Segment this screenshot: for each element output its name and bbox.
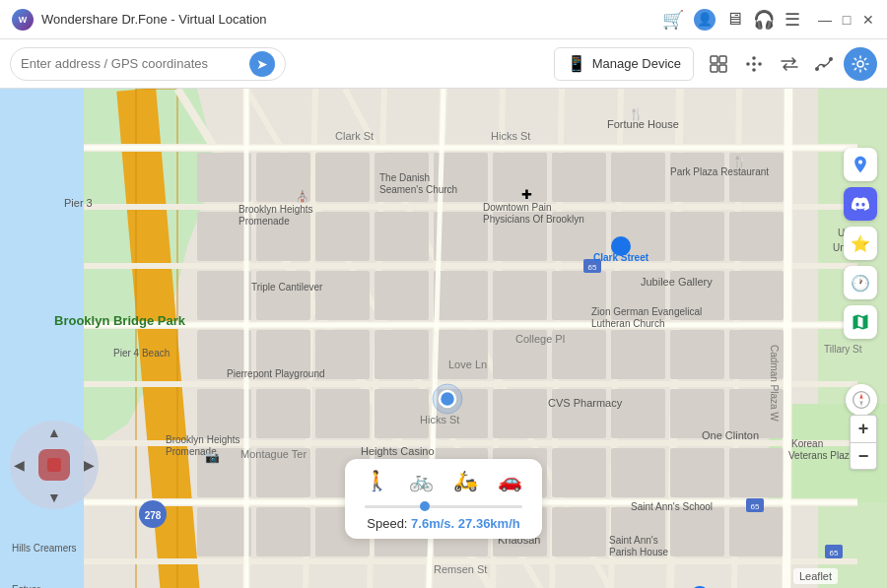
svg-rect-50 bbox=[670, 153, 724, 202]
svg-rect-55 bbox=[375, 212, 429, 261]
joystick[interactable]: ▲ ▼ ◀ ▶ bbox=[10, 421, 99, 509]
svg-text:65: 65 bbox=[588, 263, 597, 272]
settings-icon-button[interactable] bbox=[844, 47, 877, 81]
dots-icon-button[interactable] bbox=[737, 47, 771, 81]
svg-rect-47 bbox=[493, 153, 547, 202]
cart-icon[interactable]: 🛒 bbox=[662, 9, 684, 31]
leaflet-badge: Leaflet bbox=[793, 568, 838, 584]
svg-text:Clark Street: Clark Street bbox=[593, 252, 649, 263]
swap-icon-button[interactable] bbox=[773, 47, 806, 81]
svg-text:College Pl: College Pl bbox=[515, 333, 565, 345]
clock-button[interactable]: 🕐 bbox=[844, 266, 877, 299]
svg-rect-62 bbox=[197, 271, 251, 320]
toolbar-right bbox=[702, 47, 877, 81]
app-title: Wondershare Dr.Fone - Virtual Location bbox=[41, 12, 654, 27]
svg-rect-82 bbox=[197, 389, 251, 438]
svg-text:278: 278 bbox=[145, 510, 162, 521]
manage-device-button[interactable]: 📱 Manage Device bbox=[554, 47, 694, 81]
joystick-up[interactable]: ▲ bbox=[47, 425, 61, 440]
svg-text:🍴: 🍴 bbox=[629, 106, 644, 121]
svg-text:Saint Ann's School: Saint Ann's School bbox=[631, 501, 713, 512]
svg-text:🍴: 🍴 bbox=[732, 154, 747, 168]
transport-icons: 🚶 🚲 🛵 🚗 bbox=[365, 469, 522, 492]
svg-point-12 bbox=[857, 61, 863, 67]
svg-text:Heights Casino: Heights Casino bbox=[361, 445, 435, 457]
svg-text:Brooklyn Heights: Brooklyn Heights bbox=[166, 434, 240, 445]
svg-rect-79 bbox=[611, 330, 665, 379]
map-container[interactable]: 278 65 65 65 65 Pier 3 Brooklyn Bridge P… bbox=[0, 89, 887, 588]
walk-icon[interactable]: 🚶 bbox=[365, 469, 389, 492]
search-input[interactable] bbox=[21, 56, 249, 71]
joystick-down[interactable]: ▼ bbox=[47, 490, 61, 505]
joystick-right[interactable]: ▶ bbox=[84, 457, 95, 473]
speed-text: Speed: 7.6m/s. 27.36km/h bbox=[365, 516, 522, 531]
svg-text:Jubilee Gallery: Jubilee Gallery bbox=[641, 276, 713, 288]
app-logo: W bbox=[12, 9, 34, 31]
svg-rect-71 bbox=[729, 271, 784, 320]
navigate-button[interactable]: ➤ bbox=[249, 51, 275, 77]
svg-text:Promenade: Promenade bbox=[239, 216, 290, 227]
svg-text:Seamen's Church: Seamen's Church bbox=[379, 184, 457, 195]
svg-point-10 bbox=[829, 57, 833, 61]
svg-rect-66 bbox=[434, 271, 488, 320]
svg-text:Tillary St: Tillary St bbox=[824, 344, 862, 355]
svg-rect-76 bbox=[434, 330, 488, 379]
svg-text:Lutheran Church: Lutheran Church bbox=[591, 318, 665, 329]
svg-rect-63 bbox=[256, 271, 310, 320]
svg-text:Downtown Pain: Downtown Pain bbox=[483, 202, 551, 213]
zoom-controls: + − bbox=[850, 415, 877, 470]
monitor-icon[interactable]: 🖥 bbox=[725, 9, 743, 30]
minimize-button[interactable]: — bbox=[818, 13, 832, 27]
speed-value: 7.6m/s. 27.36km/h bbox=[411, 516, 520, 531]
close-button[interactable]: ✕ bbox=[861, 13, 875, 27]
star-button[interactable]: ⭐ bbox=[844, 227, 877, 260]
list-icon[interactable]: ☰ bbox=[785, 9, 800, 31]
svg-text:Pier 4 Beach: Pier 4 Beach bbox=[113, 348, 170, 359]
svg-rect-48 bbox=[552, 153, 606, 202]
svg-text:65: 65 bbox=[830, 549, 839, 557]
compass-button[interactable] bbox=[846, 384, 877, 416]
zoom-out-button[interactable]: − bbox=[850, 442, 877, 470]
svg-rect-75 bbox=[375, 330, 429, 379]
svg-rect-83 bbox=[256, 389, 310, 438]
title-bar: W Wondershare Dr.Fone - Virtual Location… bbox=[0, 0, 887, 39]
svg-rect-2 bbox=[711, 65, 717, 72]
svg-rect-80 bbox=[670, 330, 724, 379]
svg-rect-61 bbox=[729, 212, 784, 261]
svg-line-114 bbox=[786, 89, 788, 588]
svg-rect-102 bbox=[197, 507, 251, 556]
svg-text:✚: ✚ bbox=[521, 187, 532, 202]
window-controls: — □ ✕ bbox=[818, 13, 875, 27]
main-content: ➤ 📱 Manage Device bbox=[0, 39, 887, 588]
svg-point-8 bbox=[752, 68, 756, 72]
route-icon-button[interactable] bbox=[808, 47, 842, 81]
car-icon[interactable]: 🚗 bbox=[498, 469, 522, 492]
zoom-in-button[interactable]: + bbox=[850, 415, 877, 442]
svg-point-5 bbox=[758, 62, 762, 66]
svg-text:Korean: Korean bbox=[791, 438, 823, 449]
headphone-icon[interactable]: 🎧 bbox=[753, 9, 775, 31]
joystick-left[interactable]: ◀ bbox=[14, 457, 25, 473]
grid-icon-button[interactable] bbox=[702, 47, 735, 81]
svg-text:Estuar: Estuar bbox=[12, 584, 41, 588]
svg-text:⛪: ⛪ bbox=[296, 189, 309, 203]
toolbar: ➤ 📱 Manage Device bbox=[0, 39, 887, 89]
maximize-button[interactable]: □ bbox=[840, 13, 853, 27]
svg-point-7 bbox=[752, 56, 756, 60]
discord-button[interactable] bbox=[844, 187, 877, 221]
scooter-icon[interactable]: 🛵 bbox=[453, 469, 478, 492]
svg-rect-54 bbox=[315, 212, 370, 261]
speed-panel: 🚶 🚲 🛵 🚗 Speed: 7.6m/s. 27.36km/h bbox=[345, 459, 542, 539]
svg-rect-98 bbox=[552, 448, 606, 497]
maps-green-button[interactable] bbox=[844, 305, 877, 339]
joystick-container[interactable]: ▲ ▼ ◀ ▶ bbox=[10, 421, 99, 509]
svg-rect-15 bbox=[0, 89, 84, 588]
svg-rect-60 bbox=[670, 212, 724, 261]
svg-point-11 bbox=[823, 64, 826, 67]
manage-device-label: Manage Device bbox=[592, 56, 681, 71]
google-maps-button[interactable] bbox=[844, 148, 877, 181]
user-icon[interactable]: 👤 bbox=[694, 9, 716, 31]
svg-rect-64 bbox=[315, 271, 370, 320]
bike-icon[interactable]: 🚲 bbox=[409, 469, 434, 492]
svg-text:Hicks St: Hicks St bbox=[491, 130, 530, 142]
